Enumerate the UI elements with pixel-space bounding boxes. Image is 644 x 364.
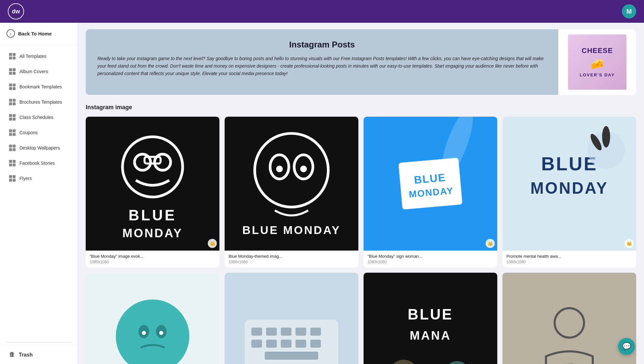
- hero-text-area: Instagram Posts Ready to take your Insta…: [86, 29, 558, 95]
- back-label: Back To Home: [18, 31, 52, 36]
- template-info: "Blue Monday" image evok... 1080x1080: [86, 251, 219, 267]
- sidebar: ‹ Back To Home All Templates Album Cover…: [0, 23, 78, 364]
- sidebar-nav: All Templates Album Covers Bookmark Temp…: [0, 45, 78, 340]
- sidebar-item-label: Coupons: [19, 130, 38, 135]
- template-thumbnail: BLUE MANA: [364, 273, 497, 364]
- svg-rect-36: [295, 340, 306, 348]
- svg-point-9: [276, 165, 283, 172]
- template-card-bm4[interactable]: BLUE MONDAY 👑 Promote mental health awa.…: [502, 117, 636, 267]
- svg-point-10: [300, 165, 307, 172]
- svg-text:MANA: MANA: [410, 329, 451, 342]
- template-card-bm2[interactable]: BLUE MONDAY Blue Monday-themed imag... 1…: [225, 117, 358, 267]
- sidebar-item-facebook-stories[interactable]: Facebook Stories: [3, 156, 75, 171]
- chat-button[interactable]: 💬: [618, 338, 635, 355]
- template-card-bm7[interactable]: BLUE MANA Blue Monday dark... 1080x1080: [364, 273, 497, 364]
- hero-description: Ready to take your Instagram game to the…: [97, 55, 547, 77]
- template-size: 1080x1080: [506, 260, 632, 264]
- back-to-home-button[interactable]: ‹ Back To Home: [0, 23, 78, 45]
- sidebar-item-label: Album Covers: [19, 69, 48, 74]
- sidebar-item-brochures-templates[interactable]: Brochures Templates: [3, 95, 75, 110]
- template-thumbnail: BLUE MONDAY 👑: [502, 117, 636, 251]
- trash-label: Trash: [19, 352, 33, 358]
- sidebar-item-flyers[interactable]: Flyers: [3, 171, 75, 186]
- grid-icon: [9, 53, 16, 59]
- sidebar-item-class-schedules[interactable]: Class Schedules: [3, 110, 75, 125]
- chat-icon: 💬: [622, 342, 631, 351]
- svg-point-0: [122, 137, 182, 197]
- svg-text:BLUE: BLUE: [129, 207, 177, 224]
- template-size: 1080x1080: [367, 260, 493, 264]
- sidebar-item-album-covers[interactable]: Album Covers: [3, 64, 75, 79]
- sidebar-item-all-templates[interactable]: All Templates: [3, 49, 75, 64]
- hero-title: Instagram Posts: [97, 40, 547, 50]
- sidebar-item-label: Bookmark Templates: [19, 84, 62, 89]
- svg-rect-35: [281, 340, 291, 348]
- sidebar-item-label: All Templates: [19, 54, 46, 59]
- svg-rect-33: [251, 340, 262, 348]
- svg-text:MONDAY: MONDAY: [530, 179, 608, 197]
- logo-text: dw: [12, 8, 20, 15]
- sidebar-item-label: Class Schedules: [19, 115, 53, 120]
- avatar-letter: M: [626, 8, 632, 15]
- template-card-bm6[interactable]: Blue Monday keyboard... 1080x1080: [225, 273, 358, 364]
- preview-grater-icon: 🧀: [591, 58, 604, 70]
- template-info: "Blue Monday" sign woman... 1080x1080: [364, 251, 497, 267]
- svg-point-21: [116, 299, 190, 364]
- trash-button[interactable]: 🗑 Trash: [0, 345, 78, 364]
- grid-icon: [9, 114, 16, 121]
- svg-rect-29: [266, 328, 277, 336]
- grid-icon: [9, 160, 16, 166]
- sidebar-item-label: Brochures Templates: [19, 99, 62, 105]
- template-info: Blue Monday-themed imag... 1080x1080: [225, 251, 358, 267]
- sidebar-item-label: Desktop Wallpapers: [19, 145, 60, 150]
- hero-banner: Instagram Posts Ready to take your Insta…: [86, 29, 636, 95]
- svg-point-24: [142, 331, 146, 335]
- template-card-bm5[interactable]: BLUE Blue Monday sad face... 1080x1080: [86, 273, 219, 364]
- template-thumbnail: [225, 273, 358, 364]
- template-name: "Blue Monday" image evok...: [90, 254, 216, 259]
- sidebar-item-bookmark-templates[interactable]: Bookmark Templates: [3, 79, 75, 94]
- svg-point-25: [159, 331, 163, 335]
- template-info: Promote mental health awa... 1080x1080: [502, 251, 636, 267]
- template-thumbnail: BLUE MONDAY 👑: [86, 117, 219, 251]
- app-logo[interactable]: dw: [8, 3, 24, 20]
- preview-subtitle: LOVER'S DAY: [580, 72, 615, 77]
- template-thumbnail: BLUE: [86, 273, 219, 364]
- crown-badge: 👑: [625, 239, 634, 248]
- svg-rect-3: [144, 157, 160, 164]
- svg-rect-31: [295, 328, 306, 336]
- svg-point-43: [555, 308, 584, 338]
- sidebar-item-desktop-wallpapers[interactable]: Desktop Wallpapers: [3, 140, 75, 155]
- svg-rect-38: [265, 352, 318, 360]
- main-layout: ‹ Back To Home All Templates Album Cover…: [0, 23, 644, 364]
- svg-point-41: [445, 361, 469, 364]
- template-size: 1080x1080: [229, 260, 354, 264]
- template-card-bm1[interactable]: BLUE MONDAY 👑 "Blue Monday" image evok..…: [86, 117, 219, 267]
- svg-rect-32: [310, 328, 321, 336]
- template-size: 1080x1080: [90, 260, 216, 264]
- crown-badge: 👑: [208, 239, 217, 248]
- grid-icon: [9, 145, 16, 151]
- svg-text:BLUE MONDAY: BLUE MONDAY: [242, 224, 341, 236]
- template-thumbnail: BLUE MONDAY: [225, 117, 358, 251]
- template-card-bm3[interactable]: BLUE MONDAY 👑 "Blue Monday" sign woman..…: [364, 117, 497, 267]
- svg-point-6: [255, 134, 328, 207]
- svg-rect-37: [310, 340, 321, 348]
- grid-icon: [9, 99, 16, 105]
- sidebar-divider: [6, 342, 71, 343]
- svg-rect-34: [266, 340, 277, 348]
- trash-icon: 🗑: [9, 351, 15, 358]
- main-content: Instagram Posts Ready to take your Insta…: [78, 23, 644, 364]
- template-name: Promote mental health awa...: [506, 254, 632, 259]
- user-avatar[interactable]: M: [622, 4, 636, 19]
- hero-preview-card: CHEESE 🧀 LOVER'S DAY: [568, 34, 626, 90]
- grid-icon: [9, 68, 16, 75]
- svg-point-19: [602, 126, 610, 148]
- svg-point-42: [387, 360, 420, 364]
- sidebar-item-coupons[interactable]: Coupons: [3, 125, 75, 140]
- sidebar-item-label: Flyers: [19, 176, 32, 181]
- preview-title: CHEESE: [582, 47, 613, 55]
- grid-icon: [9, 175, 16, 182]
- template-card-bm8[interactable]: COMMUNITY MANAGER Community Manager... 1…: [502, 273, 636, 364]
- template-name: Blue Monday-themed imag...: [229, 254, 354, 259]
